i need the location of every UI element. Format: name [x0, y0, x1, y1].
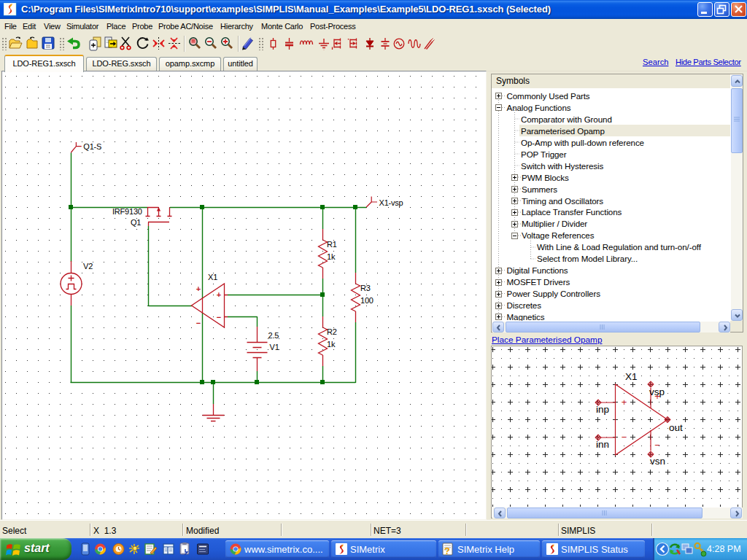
svg-text:IRF9130: IRF9130 [112, 207, 142, 216]
svg-text:?: ? [444, 545, 450, 556]
svg-text:−: − [654, 440, 660, 451]
svg-text:R3: R3 [360, 284, 371, 292]
svg-text:X1: X1 [625, 371, 638, 382]
svg-text:V2: V2 [83, 262, 93, 271]
svg-text:Q1: Q1 [131, 218, 141, 227]
svg-text:1k: 1k [327, 252, 336, 261]
svg-text:−: − [622, 432, 627, 443]
svg-text:R2: R2 [327, 327, 337, 336]
svg-text:+: + [196, 284, 201, 293]
svg-text:vsp: vsp [649, 386, 665, 397]
svg-text:R1: R1 [327, 240, 337, 249]
svg-text:−: − [217, 313, 221, 322]
svg-text:X1-vsp: X1-vsp [379, 198, 403, 207]
svg-text:vsn: vsn [650, 456, 665, 467]
svg-text:Q1-S: Q1-S [83, 142, 101, 151]
svg-text:inn: inn [596, 439, 609, 450]
svg-text:1k: 1k [327, 340, 336, 349]
svg-text:−: − [196, 319, 201, 327]
svg-text:100: 100 [360, 296, 374, 305]
svg-text:out: out [669, 422, 683, 433]
svg-text:inp: inp [596, 404, 609, 415]
svg-text:+: + [622, 397, 627, 408]
svg-text:X1: X1 [208, 273, 217, 281]
svg-text:V1: V1 [270, 343, 279, 351]
svg-text:2.5: 2.5 [268, 331, 279, 340]
svg-text:+: + [217, 290, 221, 299]
